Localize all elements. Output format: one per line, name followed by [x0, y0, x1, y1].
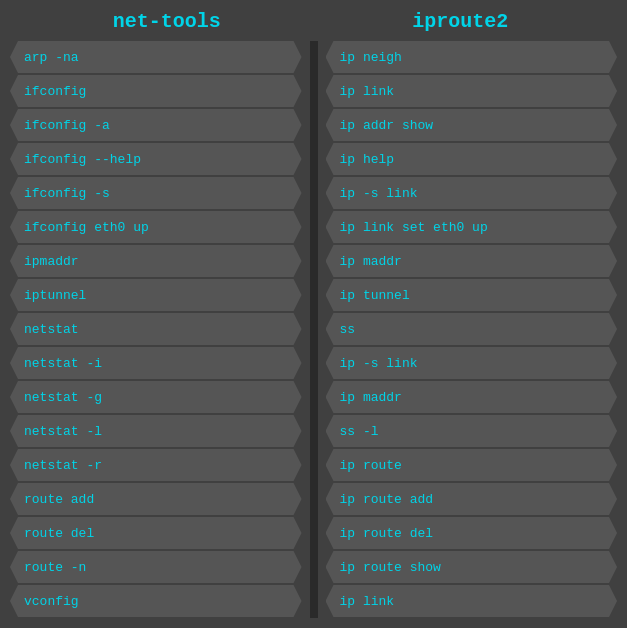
column-divider: [310, 41, 318, 618]
right-cell-2: ip addr show: [326, 109, 618, 141]
right-cell-11: ss -l: [326, 415, 618, 447]
left-cell-2: ifconfig -a: [10, 109, 302, 141]
right-cell-5: ip link set eth0 up: [326, 211, 618, 243]
left-cell-3: ifconfig --help: [10, 143, 302, 175]
columns-wrapper: arp -naifconfigifconfig -aifconfig --hel…: [10, 41, 617, 618]
left-cell-12: netstat -r: [10, 449, 302, 481]
right-cell-9: ip -s link: [326, 347, 618, 379]
left-cell-5: ifconfig eth0 up: [10, 211, 302, 243]
right-cell-16: ip link: [326, 585, 618, 617]
header-row: net-tools iproute2: [10, 10, 617, 33]
right-cell-4: ip -s link: [326, 177, 618, 209]
left-cell-11: netstat -l: [10, 415, 302, 447]
right-column: ip neighip linkip addr showip helpip -s …: [326, 41, 618, 618]
right-cell-8: ss: [326, 313, 618, 345]
left-cell-13: route add: [10, 483, 302, 515]
left-cell-9: netstat -i: [10, 347, 302, 379]
right-cell-10: ip maddr: [326, 381, 618, 413]
right-cell-7: ip tunnel: [326, 279, 618, 311]
right-cell-6: ip maddr: [326, 245, 618, 277]
left-cell-1: ifconfig: [10, 75, 302, 107]
left-cell-6: ipmaddr: [10, 245, 302, 277]
left-cell-14: route del: [10, 517, 302, 549]
right-cell-0: ip neigh: [326, 41, 618, 73]
right-cell-3: ip help: [326, 143, 618, 175]
left-cell-7: iptunnel: [10, 279, 302, 311]
left-cell-0: arp -na: [10, 41, 302, 73]
left-cell-8: netstat: [10, 313, 302, 345]
left-header: net-tools: [26, 10, 308, 33]
main-container: net-tools iproute2 arp -naifconfigifconf…: [0, 0, 627, 628]
left-cell-4: ifconfig -s: [10, 177, 302, 209]
right-cell-15: ip route show: [326, 551, 618, 583]
left-column: arp -naifconfigifconfig -aifconfig --hel…: [10, 41, 302, 618]
left-cell-15: route -n: [10, 551, 302, 583]
right-cell-12: ip route: [326, 449, 618, 481]
right-cell-14: ip route del: [326, 517, 618, 549]
left-cell-16: vconfig: [10, 585, 302, 617]
right-cell-13: ip route add: [326, 483, 618, 515]
left-cell-10: netstat -g: [10, 381, 302, 413]
right-cell-1: ip link: [326, 75, 618, 107]
right-header: iproute2: [319, 10, 601, 33]
